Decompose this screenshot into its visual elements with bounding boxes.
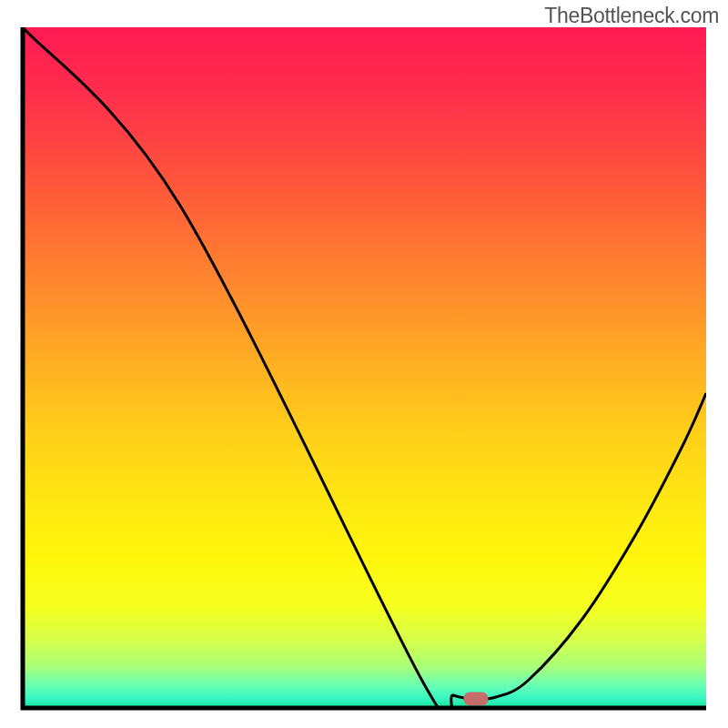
watermark-text: TheBottleneck.com	[544, 4, 719, 28]
chart-container: TheBottleneck.com	[0, 0, 728, 728]
plot-area	[23, 27, 706, 722]
optimal-marker	[464, 693, 489, 706]
chart-svg	[0, 0, 728, 728]
